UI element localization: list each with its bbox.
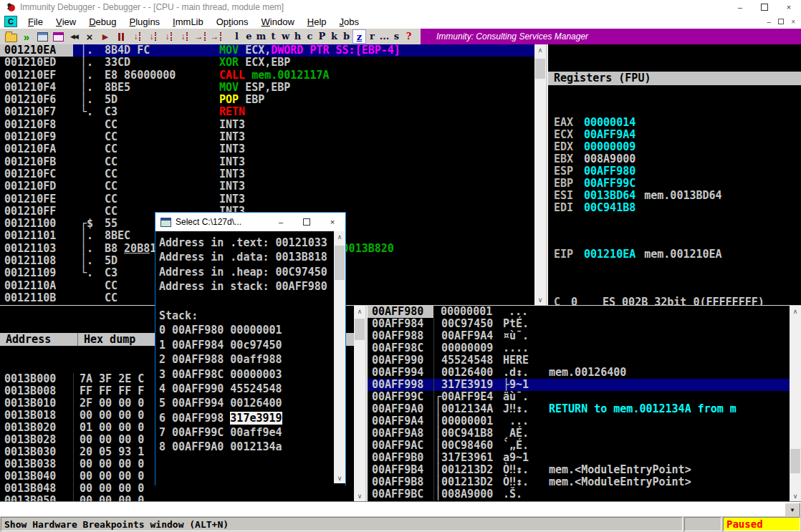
menu-item-immlib[interactable]: ImmLib [166, 14, 210, 29]
dump-row[interactable]: 0013B05000 00 00 0 [0, 495, 354, 501]
restore-icon[interactable] [752, 0, 777, 14]
pause-icon[interactable] [113, 29, 129, 44]
restart-icon[interactable]: » [19, 29, 34, 44]
register-row-esp[interactable]: ESP00AFF980 [548, 165, 801, 178]
menu-item-help[interactable]: Help [301, 14, 333, 29]
register-row-edi[interactable]: EDI00C941B8 [548, 202, 801, 214]
toolbar-button-l[interactable]: l [231, 29, 243, 42]
toolbar-button-more[interactable]: ... [378, 29, 390, 42]
stack-row[interactable]: 00AFF998317E3919├9~1 [368, 379, 790, 391]
mdi-minimize-icon[interactable]: – [767, 18, 772, 26]
toolbar-button-P[interactable]: P [316, 29, 328, 42]
command-dropdown-button[interactable]: ▼ [785, 503, 800, 517]
stack-row[interactable]: 00AFF9B4│001213D2Ò‼↕.mem.<ModuleEntryPoi… [368, 464, 790, 476]
cpu-window-icon[interactable]: C [4, 16, 17, 27]
toolbar-button-r[interactable]: r [366, 29, 378, 42]
toolbar-button-help[interactable]: ? [403, 29, 415, 42]
stack-row[interactable]: 00AFF99C┌00AFF9E4äù¯. [368, 391, 790, 403]
stack-row[interactable]: 00AFF98000000001 ... [368, 306, 790, 318]
toolbar-button-z[interactable]: z [352, 29, 366, 44]
menu-item-file[interactable]: File [21, 14, 49, 29]
scroll-down-icon[interactable]: ∨ [534, 294, 546, 305]
stack-row[interactable]: 00AFF9A4│00000001 ... [368, 415, 790, 427]
stack-row[interactable]: 00AFF9AC│00C98460`„É. [368, 440, 790, 452]
menu-item-window[interactable]: Window [255, 14, 301, 29]
disasm-row[interactable]: 001210FACCINT3 [0, 143, 534, 155]
animate-over-icon[interactable]: ↓ [176, 29, 192, 44]
toolbar-button-b[interactable]: b [340, 29, 352, 42]
animate-into-icon[interactable]: ↓ [160, 29, 176, 44]
scroll-up-icon[interactable]: ∧ [354, 306, 365, 316]
menu-item-debug[interactable]: Debug [82, 14, 123, 29]
register-row-eip[interactable]: EIP001210EAmem.001210EA [548, 248, 801, 261]
disasm-row[interactable]: 001210EA│.8B4D FCMOV ECX,DWORD PTR SS:[E… [0, 44, 534, 57]
command-input[interactable] [0, 502, 790, 517]
menu-item-plugins[interactable]: Plugins [123, 14, 166, 29]
stack-row[interactable]: 00AFF9B0│317E3961a9~1 [368, 452, 790, 464]
toolbar-button-m[interactable]: m [255, 29, 267, 42]
stack-row[interactable]: 00AFF9B8│001213D2Ò‼↕.mem.<ModuleEntryPoi… [368, 476, 790, 488]
menu-item-view[interactable]: View [49, 14, 82, 29]
scroll-down-icon[interactable]: ∨ [334, 473, 345, 483]
stack-row[interactable]: 00AFF99045524548HERE [368, 354, 790, 367]
register-row-esi[interactable]: ESI0013BD64mem.0013BD64 [548, 190, 801, 202]
stack-row[interactable]: 00AFF98C00000009.... [368, 342, 790, 354]
log-window-icon[interactable] [34, 29, 50, 44]
disasm-row[interactable]: 001210F8CCINT3 [0, 119, 534, 131]
toolbar-button-t[interactable]: t [267, 29, 279, 42]
scroll-up-icon[interactable]: ∧ [534, 44, 546, 55]
toolbar-button-k[interactable]: k [328, 29, 340, 42]
stack-row[interactable]: 00AFF98800AFF9A4¤ù¯. [368, 330, 790, 342]
stack-row[interactable]: 00AFF98400C97450PtÉ. [368, 318, 790, 330]
disasm-row[interactable]: 001210FDCCINT3 [0, 180, 534, 193]
open-file-icon[interactable] [3, 29, 19, 44]
register-row-edx[interactable]: EDX00000009 [548, 141, 801, 153]
toolbar-button-e[interactable]: e [243, 29, 255, 42]
register-row-ecx[interactable]: ECX00AFF9A4 [548, 129, 801, 141]
disasm-row[interactable]: 001210F9CCINT3 [0, 131, 534, 143]
popup-titlebar[interactable]: Select C:\127d\... – × [155, 213, 345, 231]
stack-scrollbar[interactable]: ∧ ∨ [790, 306, 801, 501]
popup-scrollbar[interactable]: ∧ ∨ [334, 231, 345, 483]
popup-minimize-icon[interactable]: – [268, 213, 294, 231]
popup-close-icon[interactable]: × [320, 213, 345, 231]
mdi-close-icon[interactable]: × [791, 18, 795, 26]
toolbar-button-w[interactable]: w [279, 29, 292, 42]
disasm-scrollbar[interactable]: ∧ ∨ [534, 44, 546, 305]
menu-item-jobs[interactable]: Jobs [333, 14, 365, 29]
windows-icon[interactable] [50, 29, 66, 44]
execute-till-return-icon[interactable]: → [192, 29, 208, 44]
step-into-icon[interactable]: ↓ [129, 29, 145, 44]
disasm-row[interactable]: 001210EF│.E8 86000000CALL mem.0012117A [0, 69, 534, 82]
run-icon[interactable]: ▶ [97, 29, 113, 44]
disasm-row[interactable]: 001210FBCCINT3 [0, 156, 534, 168]
popup-maximize-icon[interactable] [294, 213, 320, 231]
scroll-down-icon[interactable]: ∨ [354, 490, 365, 501]
scroll-up-icon[interactable]: ∧ [334, 231, 345, 242]
stack-row[interactable]: 00AFF9A8│00C941B8¸AÉ. [368, 427, 790, 440]
disasm-row[interactable]: 001210ED│.33CDXOR ECX,EBP [0, 57, 534, 69]
run-to-user-code-icon[interactable]: → [208, 29, 224, 44]
scroll-down-icon[interactable]: ∨ [790, 490, 801, 501]
toolbar-button-c[interactable]: c [304, 29, 316, 42]
flag-row-c[interactable]: C0ES 002B 32bit 0(FFFFFFFF) [548, 296, 801, 305]
disasm-row[interactable]: 001210F7└.C3RETN [0, 106, 534, 118]
disasm-row[interactable]: 001210FCCCINT3 [0, 168, 534, 180]
disasm-row[interactable]: 001210F4│.8BE5MOV ESP,EBP [0, 82, 534, 94]
menu-item-options[interactable]: Options [210, 14, 255, 29]
toolbar-button-s[interactable]: s [390, 29, 403, 42]
rewind-icon[interactable]: ◀◀ [66, 29, 82, 44]
minimize-icon[interactable]: – [728, 0, 752, 14]
register-row-eax[interactable]: EAX00000014 [548, 117, 801, 129]
disasm-row[interactable]: 001210F6│.5DPOP EBP [0, 94, 534, 106]
toolbar-button-h[interactable]: h [292, 29, 304, 42]
close-program-icon[interactable]: × [82, 29, 97, 44]
stack-row[interactable]: 00AFF99400126400.d↕.mem.00126400 [368, 367, 790, 379]
close-icon[interactable]: × [777, 0, 801, 14]
stack-row[interactable]: 00AFF9A0│0012134AJ‼↕.RETURN to mem.00121… [368, 403, 790, 415]
register-row-ebp[interactable]: EBP00AFF99C [548, 178, 801, 190]
dump-scrollbar[interactable]: ∧ ∨ [354, 306, 365, 501]
disasm-row[interactable]: 001210FECCINT3 [0, 193, 534, 205]
scroll-up-icon[interactable]: ∧ [790, 306, 801, 316]
mdi-restore-icon[interactable] [778, 18, 784, 26]
